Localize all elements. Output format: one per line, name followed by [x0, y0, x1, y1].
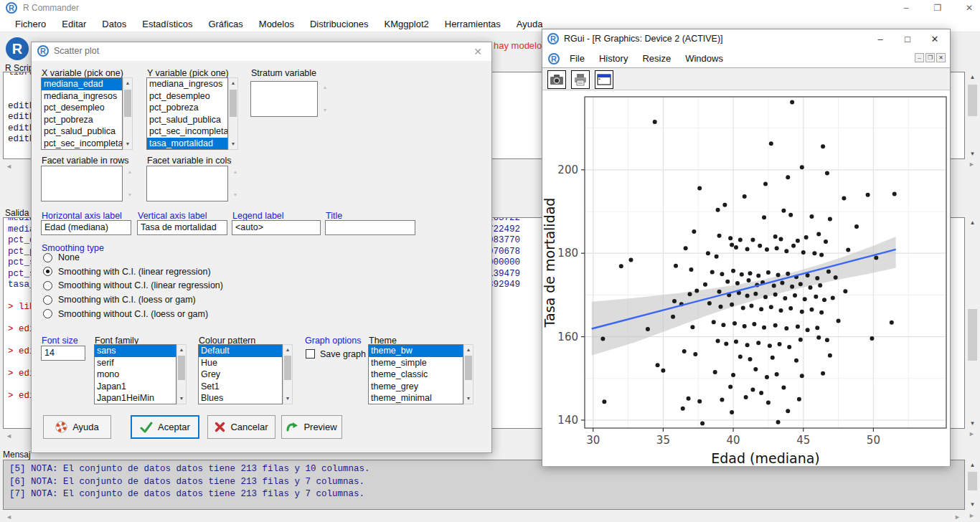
list-item-pct_salud_publica[interactable]: pct_salud_publica	[42, 125, 122, 138]
menu-kmggplot2[interactable]: KMggplot2	[377, 16, 437, 32]
title-input[interactable]	[325, 220, 415, 235]
list-item-theme_grey[interactable]: theme_grey	[369, 381, 463, 393]
list-item-pct_sec_incompleta[interactable]: pct_sec_incompleta	[147, 125, 227, 138]
list-item-serif[interactable]: serif	[95, 357, 176, 369]
stratum-variable-list[interactable]	[250, 81, 318, 117]
list-item-Default[interactable]: Default	[199, 345, 282, 357]
scroll-down-icon[interactable]: ▼	[464, 394, 473, 404]
x-variable-list[interactable]: mediana_edadmediana_ingresospct_desemple…	[41, 77, 123, 150]
font-family-scrollbar[interactable]: ▲▼	[176, 344, 187, 404]
mensajes-vscrollbar[interactable]: ▲▼	[967, 460, 978, 510]
y-variable-list[interactable]: mediana_ingresospct_desempleopct_pobreza…	[146, 77, 228, 150]
scroll-thumb[interactable]	[465, 356, 472, 380]
scroll-down-icon[interactable]: ▼	[283, 394, 292, 404]
mdi-minimize-button[interactable]: –	[915, 53, 924, 62]
smoothing-option-1[interactable]: Smoothing with C.I. (linear regression)	[43, 267, 211, 277]
mdi-restore-button[interactable]: ❐	[925, 53, 935, 62]
y-variable-scrollbar[interactable]: ▲▼	[228, 77, 238, 150]
theme-list[interactable]: theme_bwtheme_simpletheme_classictheme_g…	[368, 344, 463, 404]
menu-distribuciones[interactable]: Distribuciones	[302, 16, 377, 32]
salida-hscroll-arrow[interactable]: ►	[969, 430, 975, 437]
copy-to-clipboard-button[interactable]	[547, 70, 566, 89]
menu-herramientas[interactable]: Herramientas	[437, 16, 509, 32]
scroll-thumb[interactable]	[284, 356, 291, 380]
list-item-pct_pobreza[interactable]: pct_pobreza	[147, 102, 227, 114]
legend-input[interactable]: <auto>	[232, 220, 321, 235]
list-item-pct_salud_publica[interactable]: pct_salud_publica	[147, 114, 227, 126]
cancel-button[interactable]: Cancelar	[207, 415, 275, 439]
list-item-Grey[interactable]: Grey	[199, 369, 282, 381]
list-item-mono[interactable]: mono	[95, 369, 176, 381]
list-item-theme_classic[interactable]: theme_classic	[369, 369, 463, 381]
ok-button[interactable]: Aceptar	[131, 415, 199, 439]
rgui-menu-windows[interactable]: Windows	[678, 51, 730, 66]
list-item-pct_desempleo[interactable]: pct_desempleo	[147, 90, 227, 103]
mdi-close-button[interactable]: ✕	[936, 53, 946, 62]
scroll-thumb[interactable]	[124, 90, 131, 117]
stratum-scroll-up-icon[interactable]: ▲	[321, 84, 329, 91]
list-item-mediana_ingresos[interactable]: mediana_ingresos	[147, 78, 227, 90]
x-variable-scrollbar[interactable]: ▲▼	[123, 77, 133, 150]
facet-cols-list[interactable]	[146, 166, 228, 201]
menu-modelos[interactable]: Modelos	[251, 16, 302, 32]
minimize-button[interactable]: –	[895, 1, 917, 14]
scroll-thumb[interactable]	[230, 90, 237, 117]
smoothing-option-3[interactable]: Smoothing with C.I. (loess or gam)	[43, 295, 196, 305]
close-button[interactable]: ✕	[958, 1, 980, 14]
scroll-up-icon[interactable]: ▲	[464, 345, 473, 355]
mensajes-hscroll-arrow[interactable]: ►	[969, 512, 975, 519]
font-size-input[interactable]: 14	[41, 346, 85, 361]
list-item-Set1[interactable]: Set1	[199, 381, 282, 393]
list-item-Blues[interactable]: Blues	[199, 392, 282, 404]
colour-pattern-list[interactable]: DefaultHueGreySet1Blues	[198, 344, 283, 404]
rgui-maximize-button[interactable]: □	[895, 32, 920, 47]
scroll-down-icon[interactable]: ▼	[123, 139, 132, 149]
scroll-down-icon[interactable]: ▼	[177, 394, 186, 404]
facet-rows-list[interactable]	[41, 166, 123, 201]
list-item-sans[interactable]: sans	[95, 345, 176, 357]
menu-datos[interactable]: Datos	[94, 16, 134, 32]
active-model-indicator[interactable]: hay modelo	[494, 40, 542, 51]
list-item-tasa_mortalidad[interactable]: tasa_mortalidad	[147, 138, 227, 150]
rscript-vscrollbar[interactable]: ▲▼	[967, 72, 978, 159]
font-family-list[interactable]: sansserifmonoJapan1Japan1HeiMin	[94, 344, 176, 404]
rgui-menu-resize[interactable]: Resize	[635, 51, 678, 66]
preview-button[interactable]: Preview	[281, 415, 342, 439]
list-item-pct_desempleo[interactable]: pct_desempleo	[42, 102, 122, 114]
scroll-up-icon[interactable]: ▲	[177, 345, 186, 355]
save-graph-checkbox[interactable]	[306, 349, 315, 359]
scroll-down-icon[interactable]: ▼	[229, 139, 237, 149]
list-item-theme_simple[interactable]: theme_simple	[369, 357, 463, 369]
rgui-minimize-button[interactable]: –	[868, 32, 892, 47]
list-item-pct_pobreza[interactable]: pct_pobreza	[42, 114, 122, 126]
list-item-mediana_edad[interactable]: mediana_edad	[42, 78, 122, 90]
facet-cols-down-icon[interactable]: ▼	[231, 191, 240, 199]
mensajes-box[interactable]: [5] NOTA: El conjunto de datos datos tie…	[3, 460, 965, 510]
menu-editar[interactable]: Editar	[54, 16, 94, 32]
haxis-input[interactable]: Edad (mediana)	[41, 220, 131, 235]
rgui-menu-file[interactable]: File	[562, 51, 592, 66]
smoothing-option-2[interactable]: Smoothing without C.I. (linear regressio…	[43, 280, 223, 290]
stratum-scroll-down-icon[interactable]: ▼	[321, 107, 329, 114]
menu-estadísticos[interactable]: Estadísticos	[134, 16, 200, 32]
rscript-hscroll-arrow[interactable]: ►	[969, 161, 975, 168]
mensajes-hscrollbar[interactable]: ◄►	[3, 511, 965, 521]
scroll-thumb[interactable]	[178, 356, 185, 380]
list-item-Japan1HeiMin[interactable]: Japan1HeiMin	[95, 392, 176, 404]
salida-vscrollbar[interactable]: ▲▼	[967, 217, 978, 429]
list-item-theme_minimal[interactable]: theme_minimal	[369, 392, 463, 404]
colour-pattern-scrollbar[interactable]: ▲▼	[283, 344, 293, 404]
facet-rows-up-icon[interactable]: ▲	[126, 169, 134, 176]
list-item-pct_sec_incompleta[interactable]: pct_sec_incompleta	[42, 138, 122, 150]
smoothing-option-0[interactable]: None	[43, 252, 80, 262]
smoothing-option-4[interactable]: Smoothing without C.I. (loess or gam)	[43, 309, 208, 319]
list-item-theme_bw[interactable]: theme_bw	[369, 345, 463, 357]
help-button[interactable]: Ayuda	[43, 415, 111, 439]
scroll-up-icon[interactable]: ▲	[229, 78, 237, 88]
vaxis-input[interactable]: Tasa de mortalidad	[137, 220, 227, 235]
print-button[interactable]	[571, 70, 590, 89]
rgui-menu-history[interactable]: History	[592, 51, 635, 66]
list-item-Japan1[interactable]: Japan1	[95, 381, 176, 393]
scroll-up-icon[interactable]: ▲	[123, 78, 132, 88]
theme-scrollbar[interactable]: ▲▼	[463, 344, 473, 404]
